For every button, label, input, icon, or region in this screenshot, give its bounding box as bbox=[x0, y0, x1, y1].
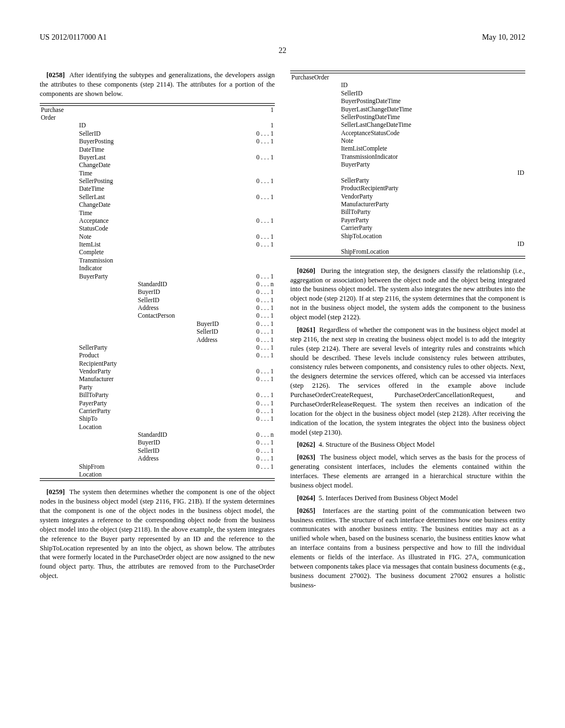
table-row: BuyerID0 . . . 1 bbox=[40, 288, 275, 296]
table-row: AcceptanceStatusCode bbox=[290, 129, 525, 137]
table-row: ManufacturerParty bbox=[290, 200, 525, 208]
table-row: SellerID0 . . . 1 bbox=[40, 447, 275, 454]
table-row: DateTime bbox=[40, 185, 275, 192]
table-row: BuyerParty bbox=[290, 160, 525, 168]
para-num: [0262] bbox=[297, 441, 315, 448]
table-row: PayerParty bbox=[290, 216, 525, 224]
table-row: Purchase1 bbox=[40, 105, 275, 114]
paragraph-0260: [0260] During the integration step, the … bbox=[290, 266, 525, 322]
para-text: After identifying the subtypes and gener… bbox=[40, 71, 275, 98]
table-row: SellerParty0 . . . 1 bbox=[40, 344, 275, 351]
table-row: BuyerID0 . . . 1 bbox=[40, 438, 275, 446]
paragraph-0262: [0262] 4. Structure of the Business Obje… bbox=[290, 440, 525, 449]
paragraph-0265: [0265] Interfaces are the starting point… bbox=[290, 506, 525, 590]
para-text: The business object model, which serves … bbox=[290, 453, 525, 489]
table-row: Manufacturer0 . . . 1 bbox=[40, 375, 275, 383]
table-row: SellerID0 . . . 1 bbox=[40, 296, 275, 304]
para-text: 5. Interfaces Derived from Business Obje… bbox=[319, 494, 458, 502]
publication-number: US 2012/0117000 A1 bbox=[40, 33, 107, 42]
para-num: [0261] bbox=[297, 326, 315, 334]
para-text: 4. Structure of the Business Object Mode… bbox=[319, 441, 435, 448]
table-row: Address0 . . . 1 bbox=[40, 454, 275, 462]
para-num: [0264] bbox=[297, 494, 315, 502]
table-row: SellerID bbox=[290, 89, 525, 97]
table-row: SellerID0 . . . 1 bbox=[40, 130, 275, 137]
table-row: ID bbox=[290, 81, 525, 89]
table-row: BuyerPosting0 . . . 1 bbox=[40, 137, 275, 145]
table-row: Address0 . . . 1 bbox=[40, 304, 275, 312]
para-num: [0265] bbox=[297, 507, 315, 515]
table-row: Order bbox=[40, 114, 275, 121]
table-row: ProductRecipientParty bbox=[290, 184, 525, 192]
table-row: ID bbox=[290, 240, 525, 248]
table-row: Address0 . . . 1 bbox=[40, 336, 275, 344]
table-row: Complete bbox=[40, 248, 275, 256]
paragraph-0264: [0264] 5. Interfaces Derived from Busine… bbox=[290, 494, 525, 503]
table-row: TransmissionIndicator bbox=[290, 153, 525, 160]
table-row: Location bbox=[40, 423, 275, 431]
table-row: Acceptance0 . . . 1 bbox=[40, 217, 275, 224]
table-row: ItemList0 . . . 1 bbox=[40, 240, 275, 248]
para-num: [0260] bbox=[297, 267, 315, 275]
page-number: 22 bbox=[40, 46, 525, 55]
page: US 2012/0117000 A1 May 10, 2012 22 [0258… bbox=[0, 0, 565, 710]
table-row: VendorParty0 . . . 1 bbox=[40, 367, 275, 375]
table-row: BuyerID0 . . . 1 bbox=[40, 320, 275, 328]
table-row: ChangeDate bbox=[40, 161, 275, 169]
para-text: During the integration step, the designe… bbox=[290, 267, 525, 321]
table-row: ChangeDate bbox=[40, 201, 275, 208]
table-row: SellerParty bbox=[290, 176, 525, 184]
paragraph-0263: [0263] The business object model, which … bbox=[290, 453, 525, 490]
table-row: ShipFromLocation bbox=[290, 248, 525, 256]
table-row: VendorParty bbox=[290, 192, 525, 200]
para-text: The system then determines whether the c… bbox=[40, 488, 275, 580]
para-text: Regardless of whether the component was … bbox=[290, 326, 525, 436]
table-row: Note bbox=[290, 137, 525, 144]
table-row: StatusCode bbox=[40, 224, 275, 232]
table-row: ShipFrom0 . . . 1 bbox=[40, 463, 275, 470]
attributes-table-1: Purchase1OrderID1SellerID0 . . . 1BuyerP… bbox=[40, 103, 275, 481]
table-row: Transmission bbox=[40, 256, 275, 264]
table-row: Note0 . . . 1 bbox=[40, 233, 275, 240]
table-row: PurchaseOrder bbox=[290, 73, 525, 82]
table-row: RecipientParty bbox=[40, 360, 275, 367]
table-row: BuyerLastChangeDateTime bbox=[290, 105, 525, 113]
table-row: ShipTo0 . . . 1 bbox=[40, 415, 275, 422]
table-row: CarrierParty bbox=[290, 224, 525, 232]
paragraph-0261: [0261] Regardless of whether the compone… bbox=[290, 325, 525, 437]
table-row: Party bbox=[40, 383, 275, 391]
table-row: BillToParty0 . . . 1 bbox=[40, 391, 275, 399]
table-row: Location bbox=[40, 470, 275, 479]
paragraph-0258: [0258] After identifying the subtypes an… bbox=[40, 71, 275, 99]
table-row: Product0 . . . 1 bbox=[40, 351, 275, 359]
table-row: ID1 bbox=[40, 121, 275, 129]
table-row: BuyerParty0 . . . 1 bbox=[40, 272, 275, 280]
table-row: DateTime bbox=[40, 146, 275, 153]
table-row: SellerLastChangeDateTime bbox=[290, 121, 525, 129]
para-num: [0258] bbox=[46, 71, 65, 79]
table-row: Time bbox=[40, 209, 275, 217]
table-row: PayerParty0 . . . 1 bbox=[40, 399, 275, 407]
para-num: [0259] bbox=[46, 488, 65, 496]
table-row: BuyerPostingDateTime bbox=[290, 97, 525, 105]
table-row: ContactPerson0 . . . 1 bbox=[40, 312, 275, 319]
page-header: US 2012/0117000 A1 May 10, 2012 bbox=[40, 33, 525, 42]
paragraph-0259: [0259] The system then determines whethe… bbox=[40, 488, 275, 581]
attributes-table-2: PurchaseOrderIDSellerIDBuyerPostingDateT… bbox=[290, 71, 525, 259]
table-row: StandardID0 . . . n bbox=[40, 280, 275, 288]
table-row: Indicator bbox=[40, 264, 275, 272]
table-row: ItemListComplete bbox=[290, 144, 525, 152]
para-num: [0263] bbox=[297, 453, 315, 461]
table-row: BuyerLast0 . . . 1 bbox=[40, 153, 275, 161]
table-row: ShipToLocation bbox=[290, 232, 525, 240]
table-row: StandardID0 . . . n bbox=[40, 431, 275, 438]
table-row: SellerPostingDateTime bbox=[290, 113, 525, 121]
table-row: ID bbox=[290, 169, 525, 176]
table-row: CarrierParty0 . . . 1 bbox=[40, 407, 275, 415]
content-columns: [0258] After identifying the subtypes an… bbox=[40, 71, 525, 688]
table-row: Time bbox=[40, 169, 275, 177]
table-row: SellerPosting0 . . . 1 bbox=[40, 177, 275, 185]
table-row: BillToParty bbox=[290, 208, 525, 216]
publication-date: May 10, 2012 bbox=[482, 33, 525, 42]
para-text: Interfaces are the starting point of the… bbox=[290, 507, 525, 589]
